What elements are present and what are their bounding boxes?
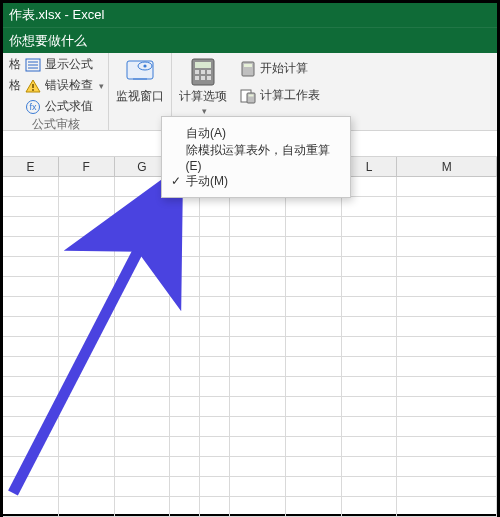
grid-cell[interactable] (170, 477, 200, 496)
grid-cell[interactable] (200, 257, 230, 276)
grid-cell[interactable] (342, 277, 398, 296)
grid-cell[interactable] (397, 437, 497, 456)
grid-cell[interactable] (397, 477, 497, 496)
grid-cell[interactable] (200, 377, 230, 396)
grid-cell[interactable] (397, 317, 497, 336)
grid-cell[interactable] (286, 217, 342, 236)
column-header[interactable]: E (3, 157, 59, 176)
grid-cell[interactable] (230, 497, 286, 516)
grid-cell[interactable] (3, 397, 59, 416)
tell-me-bar[interactable]: 你想要做什么 (3, 27, 497, 53)
grid-cell[interactable] (3, 277, 59, 296)
grid-cell[interactable] (200, 437, 230, 456)
grid-cell[interactable] (342, 497, 398, 516)
grid-cell[interactable] (115, 237, 171, 256)
grid-cell[interactable] (170, 317, 200, 336)
menu-item-except-tables[interactable]: 除模拟运算表外，自动重算(E) (162, 145, 350, 169)
grid-cell[interactable] (397, 377, 497, 396)
grid-cell[interactable] (59, 217, 115, 236)
grid-cell[interactable] (397, 197, 497, 216)
column-header[interactable]: F (59, 157, 115, 176)
grid-cell[interactable] (230, 397, 286, 416)
grid-cell[interactable] (342, 357, 398, 376)
grid-cell[interactable] (342, 417, 398, 436)
grid-cell[interactable] (170, 237, 200, 256)
grid-cell[interactable] (59, 177, 115, 196)
grid-cell[interactable] (397, 457, 497, 476)
grid-cell[interactable] (200, 357, 230, 376)
grid-cell[interactable] (59, 477, 115, 496)
grid-cell[interactable] (286, 317, 342, 336)
grid-cell[interactable] (286, 197, 342, 216)
grid-cell[interactable] (170, 197, 200, 216)
grid-cell[interactable] (170, 277, 200, 296)
grid-cell[interactable] (170, 437, 200, 456)
grid-cell[interactable] (286, 377, 342, 396)
grid-cell[interactable] (286, 437, 342, 456)
error-checking-button[interactable]: 格 错误检查 ▾ (7, 76, 104, 95)
grid-cell[interactable] (342, 477, 398, 496)
grid-cell[interactable] (286, 497, 342, 516)
grid-cell[interactable] (230, 237, 286, 256)
grid-cell[interactable] (230, 197, 286, 216)
grid-cell[interactable] (170, 297, 200, 316)
grid-cell[interactable] (115, 437, 171, 456)
grid-cell[interactable] (397, 297, 497, 316)
grid-cell[interactable] (342, 317, 398, 336)
grid-cell[interactable] (200, 237, 230, 256)
grid-cell[interactable] (397, 397, 497, 416)
column-header[interactable]: M (397, 157, 497, 176)
grid-cell[interactable] (397, 417, 497, 436)
grid-cell[interactable] (59, 397, 115, 416)
grid-cell[interactable] (3, 317, 59, 336)
grid-cell[interactable] (397, 217, 497, 236)
grid-cell[interactable] (230, 277, 286, 296)
grid-cell[interactable] (59, 277, 115, 296)
grid-cell[interactable] (286, 277, 342, 296)
grid-cell[interactable] (230, 437, 286, 456)
grid-cell[interactable] (3, 457, 59, 476)
grid-cell[interactable] (342, 437, 398, 456)
grid-cell[interactable] (286, 257, 342, 276)
grid-cell[interactable] (200, 477, 230, 496)
grid-cell[interactable] (3, 197, 59, 216)
grid-cell[interactable] (200, 317, 230, 336)
menu-item-manual[interactable]: ✓ 手动(M) (162, 169, 350, 193)
grid-cell[interactable] (59, 237, 115, 256)
grid-cell[interactable] (59, 317, 115, 336)
grid-cell[interactable] (3, 437, 59, 456)
grid-cell[interactable] (230, 377, 286, 396)
grid-cell[interactable] (3, 257, 59, 276)
grid-cell[interactable] (3, 357, 59, 376)
grid-cell[interactable] (115, 397, 171, 416)
grid-cell[interactable] (170, 337, 200, 356)
grid-cell[interactable] (115, 377, 171, 396)
grid-cell[interactable] (59, 297, 115, 316)
grid-cell[interactable] (230, 297, 286, 316)
grid-cell[interactable] (115, 297, 171, 316)
grid-cell[interactable] (342, 377, 398, 396)
grid-cell[interactable] (200, 277, 230, 296)
grid-cell[interactable] (3, 237, 59, 256)
grid-cell[interactable] (115, 417, 171, 436)
grid-cell[interactable] (200, 297, 230, 316)
watch-window-button[interactable]: 监视窗口 (113, 55, 167, 103)
grid-cell[interactable] (115, 457, 171, 476)
grid-cell[interactable] (59, 337, 115, 356)
grid-cell[interactable] (342, 217, 398, 236)
grid-cell[interactable] (170, 377, 200, 396)
grid-cell[interactable] (3, 477, 59, 496)
grid-cell[interactable] (59, 357, 115, 376)
grid-cell[interactable] (230, 257, 286, 276)
grid-cell[interactable] (170, 497, 200, 516)
grid-cell[interactable] (230, 337, 286, 356)
calculation-options-button[interactable]: 计算选项▾ (176, 55, 230, 118)
show-formulas-button[interactable]: 格 显示公式 (7, 55, 104, 74)
evaluate-formula-button[interactable]: fx 公式求值 (7, 97, 104, 116)
grid-cell[interactable] (3, 497, 59, 516)
grid-cell[interactable] (3, 217, 59, 236)
grid-cell[interactable] (230, 477, 286, 496)
grid-cell[interactable] (286, 237, 342, 256)
grid-cell[interactable] (286, 357, 342, 376)
grid-cell[interactable] (286, 337, 342, 356)
